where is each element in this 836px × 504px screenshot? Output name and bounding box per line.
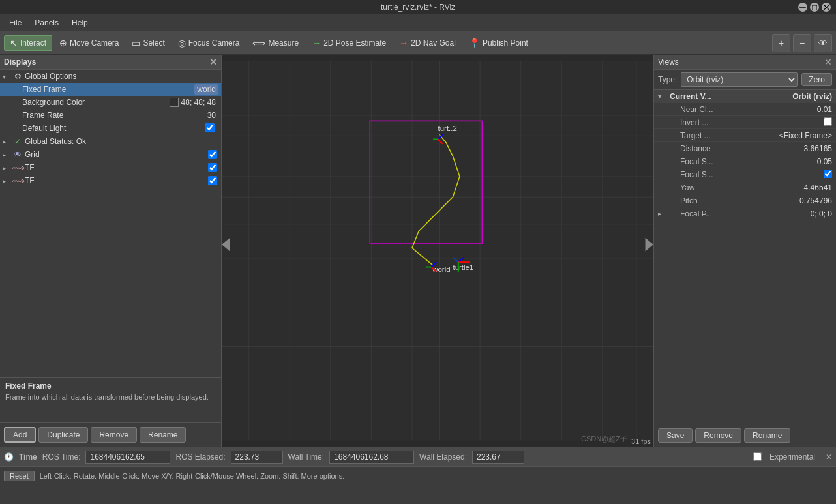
grid-row[interactable]: ▸ 👁 Grid	[0, 148, 221, 161]
background-color-row[interactable]: Background Color 48; 48; 48	[0, 96, 221, 109]
displays-panel: Displays ✕ ▾ ⚙ Global Options Fixed Fram…	[0, 55, 222, 447]
focal-s2-checkbox[interactable]	[824, 170, 832, 178]
focal-s1-row[interactable]: Focal S... 0.05	[654, 155, 836, 168]
views-rename-button[interactable]: Rename	[744, 428, 790, 443]
tf-row-2[interactable]: ▸ ⟿ TF	[0, 174, 221, 187]
window-controls[interactable]: ─ □ ✕	[798, 3, 831, 12]
default-light-checkbox[interactable]	[205, 123, 215, 132]
zero-button[interactable]: Zero	[801, 73, 832, 86]
time-bar: 🕐 Time ROS Time: ROS Elapsed: Wall Time:…	[0, 447, 836, 466]
tf2-icon: ⟿	[12, 175, 23, 186]
yaw-name: Yaw	[667, 183, 804, 192]
svg-text:turt..2: turt..2	[438, 125, 457, 132]
views-close-button[interactable]: ✕	[824, 57, 832, 67]
invert-checkbox[interactable]	[824, 117, 832, 126]
tf1-icon: ⟿	[12, 162, 23, 173]
target-row[interactable]: Target ... <Fixed Frame>	[654, 129, 836, 142]
pitch-row[interactable]: Pitch 0.754796	[654, 194, 836, 207]
tf-row-1[interactable]: ▸ ⟿ TF	[0, 161, 221, 174]
wall-elapsed-field[interactable]	[472, 451, 524, 464]
global-options-row[interactable]: ▾ ⚙ Global Options	[0, 70, 221, 83]
views-remove-button[interactable]: Remove	[695, 428, 741, 443]
wall-time-field[interactable]	[329, 451, 414, 464]
close-button[interactable]: ✕	[822, 3, 831, 12]
displays-close-button[interactable]: ✕	[209, 57, 217, 67]
ros-elapsed-field[interactable]	[231, 451, 283, 464]
distance-row[interactable]: Distance 3.66165	[654, 142, 836, 155]
2d-pose-button[interactable]: → 2D Pose Estimate	[306, 35, 392, 51]
add-button[interactable]: Add	[4, 427, 36, 443]
focal-p-name: Focal P...	[667, 209, 811, 218]
focal-s2-row[interactable]: Focal S...	[654, 168, 836, 181]
focal-s1-name: Focal S...	[667, 157, 817, 166]
views-panel: Views ✕ Type: Orbit (rviz) Zero ▾ Curren…	[653, 55, 836, 447]
global-status-row[interactable]: ▸ ✓ Global Status: Ok	[0, 135, 221, 148]
type-select[interactable]: Orbit (rviz)	[681, 72, 798, 87]
time-close-button[interactable]: ✕	[826, 452, 832, 462]
toolbar: ↖ Interact ⊕ Move Camera ▭ Select ◎ Focu…	[0, 31, 836, 55]
add-icon-button[interactable]: +	[772, 34, 790, 52]
displays-tree: ▾ ⚙ Global Options Fixed Frame world Bac…	[0, 70, 221, 377]
2d-nav-button[interactable]: → 2D Nav Goal	[393, 35, 462, 51]
menu-help[interactable]: Help	[65, 17, 95, 29]
views-btn-row: Save Remove Rename	[654, 424, 836, 447]
views-header: Views ✕	[654, 55, 836, 70]
svg-rect-0	[222, 61, 653, 441]
menu-file[interactable]: File	[3, 17, 28, 29]
rename-button[interactable]: Rename	[140, 427, 186, 443]
tf1-checkbox[interactable]	[208, 163, 217, 172]
select-button[interactable]: ▭ Select	[126, 35, 170, 51]
experimental-checkbox[interactable]	[753, 452, 762, 461]
yaw-row[interactable]: Yaw 4.46541	[654, 181, 836, 194]
tf2-expand: ▸	[3, 177, 12, 185]
focal-p-expand: ▸	[658, 210, 667, 217]
main-layout: Displays ✕ ▾ ⚙ Global Options Fixed Fram…	[0, 55, 836, 447]
eye-icon-button[interactable]: 👁	[814, 34, 832, 52]
fixed-frame-row[interactable]: Fixed Frame world	[0, 83, 221, 96]
near-clip-value: 0.01	[817, 105, 832, 114]
default-light-row[interactable]: Default Light	[0, 122, 221, 135]
menubar: File Panels Help	[0, 14, 836, 31]
views-type-row: Type: Orbit (rviz) Zero	[654, 70, 836, 90]
tf2-checkbox[interactable]	[208, 176, 217, 185]
window-title: turtle_rviz.rviz* - RViz	[381, 3, 455, 12]
interact-label: Interact	[20, 38, 46, 48]
focal-s2-name: Focal S...	[667, 170, 824, 179]
gear-icon: ⚙	[12, 72, 23, 81]
measure-label: Measure	[268, 38, 299, 48]
minimize-button[interactable]: ─	[798, 3, 807, 12]
focal-p-row[interactable]: ▸ Focal P... 0; 0; 0	[654, 207, 836, 220]
maximize-button[interactable]: □	[810, 3, 819, 12]
grid-checkbox[interactable]	[208, 150, 217, 159]
move-camera-button[interactable]: ⊕ Move Camera	[53, 35, 125, 51]
time-icon: 🕐	[4, 452, 14, 462]
measure-button[interactable]: ⟺ Measure	[246, 35, 305, 51]
frame-rate-value: 30	[207, 111, 218, 120]
focus-camera-label: Focus Camera	[188, 38, 240, 48]
displays-btn-row: Add Duplicate Remove Rename	[0, 422, 221, 447]
near-clip-row[interactable]: Near Cl... 0.01	[654, 103, 836, 116]
reset-button[interactable]: Reset	[4, 471, 35, 481]
ros-time-field[interactable]	[85, 451, 170, 464]
move-camera-icon: ⊕	[59, 38, 67, 48]
publish-point-button[interactable]: 📍 Publish Point	[463, 35, 534, 51]
frame-rate-row[interactable]: Frame Rate 30	[0, 109, 221, 122]
current-view-section[interactable]: ▾ Current V... Orbit (rviz)	[654, 90, 836, 103]
duplicate-button[interactable]: Duplicate	[38, 427, 88, 443]
ros-elapsed-label: ROS Elapsed:	[175, 452, 225, 462]
fixed-frame-value[interactable]: world	[194, 84, 218, 95]
remove-icon-button[interactable]: −	[793, 34, 811, 52]
remove-button[interactable]: Remove	[91, 427, 137, 443]
menu-panels[interactable]: Panels	[28, 17, 65, 29]
3d-viewport[interactable]: turt..2 world turtle1 CSDN@超Z子 3	[222, 55, 653, 447]
interact-button[interactable]: ↖ Interact	[4, 35, 52, 51]
wall-time-label: Wall Time:	[288, 452, 325, 462]
distance-name: Distance	[667, 144, 804, 153]
views-title: Views	[658, 57, 679, 67]
focus-camera-button[interactable]: ◎ Focus Camera	[172, 35, 246, 51]
titlebar: turtle_rviz.rviz* - RViz ─ □ ✕	[0, 0, 836, 14]
views-properties: ▾ Current V... Orbit (rviz) Near Cl... 0…	[654, 90, 836, 424]
invert-row[interactable]: Invert ...	[654, 116, 836, 129]
views-save-button[interactable]: Save	[658, 428, 693, 443]
invert-value	[824, 117, 832, 128]
